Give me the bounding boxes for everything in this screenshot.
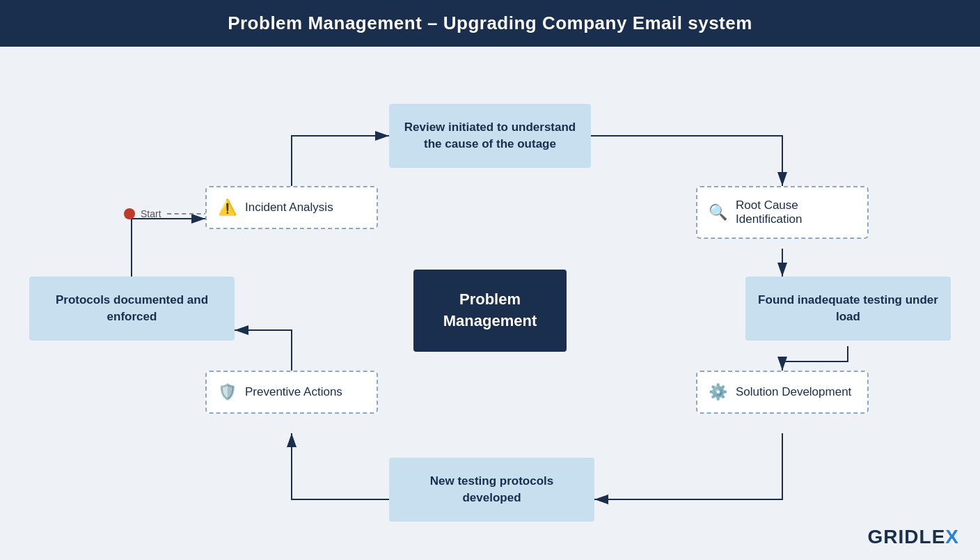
preventive-box: 🛡️ Preventive Actions [205,371,378,414]
start-indicator: Start [124,208,216,219]
inadequate-box: Found inadequate testing under load [745,277,951,341]
header-title: Problem Management – Upgrading Company E… [228,13,752,33]
center-line2: Management [443,312,537,329]
gridlex-logo: GRIDLEX [868,526,959,548]
start-dot [124,208,135,219]
diagram-area: Start Review initiated to understand the… [0,47,980,560]
newtesting-box: New testing protocols developed [389,458,594,522]
center-line1: Problem [459,290,521,308]
newtesting-text: New testing protocols developed [430,474,554,504]
page-header: Problem Management – Upgrading Company E… [0,0,980,47]
rootcause-label: Root Cause Identification [736,199,855,226]
protocols-text: Protocols documented and enforced [56,293,208,323]
center-problem-management: Problem Management [413,270,567,352]
start-label: Start [141,208,161,219]
incident-analysis-box: ⚠️ Incident Analysis [205,186,378,229]
incident-label: Incident Analysis [245,201,333,215]
inadequate-text: Found inadequate testing under load [758,293,938,323]
gridlex-text: GRIDLEX [868,526,959,548]
review-box: Review initiated to understand the cause… [389,104,591,168]
search-icon: 🔍 [709,203,727,221]
shield-icon: 🛡️ [218,383,237,401]
solution-label: Solution Development [736,385,851,399]
review-text: Review initiated to understand the cause… [404,120,576,150]
preventive-label: Preventive Actions [245,385,342,399]
warning-icon: ⚠️ [218,199,237,217]
root-cause-box: 🔍 Root Cause Identification [696,186,869,239]
protocols-box: Protocols documented and enforced [29,277,235,341]
gear-icon: ⚙️ [709,383,727,401]
gridlex-x-letter: X [945,526,959,547]
solution-box: ⚙️ Solution Development [696,371,869,414]
